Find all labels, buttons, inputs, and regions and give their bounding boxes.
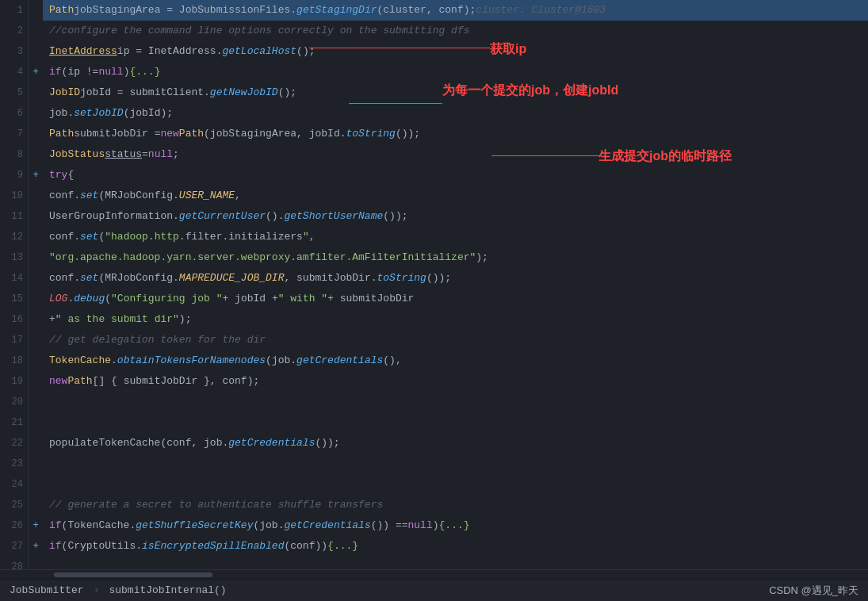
line-number: 9 <box>0 165 28 186</box>
code-token: (TokenCache. <box>62 515 136 536</box>
code-token: set <box>80 268 98 289</box>
line-number: 12 <box>0 227 28 247</box>
fold-indicator <box>29 433 43 454</box>
code-token: ); <box>476 247 488 268</box>
table-row <box>43 557 868 569</box>
code-token: (). <box>266 206 284 227</box>
code-token: ; <box>173 144 179 165</box>
code-token: // generate a secret to authenticate shu… <box>49 495 383 515</box>
code-token: [] { submitJobDir }, conf); <box>93 371 260 392</box>
fold-indicator <box>29 21 43 41</box>
line-number: 2 <box>0 21 28 41</box>
code-token: (jobId); <box>124 103 173 124</box>
table-row <box>43 392 868 412</box>
code-token: + jobId + <box>222 289 277 309</box>
table-row: // get delegation token for the dir <box>43 330 868 350</box>
fold-indicator[interactable]: + <box>29 515 43 536</box>
code-token: try <box>49 165 67 186</box>
code-token: null <box>98 62 123 82</box>
code-token: + <box>49 309 55 330</box>
code-token: (ip != <box>62 62 99 82</box>
code-token: conf. <box>49 186 80 206</box>
fold-indicator <box>29 144 43 165</box>
code-token: . <box>111 350 117 371</box>
table-row: conf.set("hadoop.http.filter.initializer… <box>43 227 868 247</box>
code-token: JobStatus <box>49 144 105 165</box>
fold-indicator <box>29 124 43 144</box>
table-row: if (ip != null) {...} <box>43 62 868 82</box>
line-number: 10 <box>0 186 28 206</box>
line-number: 13 <box>0 247 28 268</box>
fold-indicator <box>29 247 43 268</box>
code-token: , submitJobDir. <box>284 268 377 289</box>
line-number: 17 <box>0 330 28 350</box>
fold-indicator <box>29 350 43 371</box>
code-token: if <box>49 62 62 82</box>
table-row: if (CryptoUtils.isEncryptedSpillEnabled(… <box>43 536 868 557</box>
table-row: // generate a secret to authenticate shu… <box>43 495 868 515</box>
code-token: obtainTokensForNamenodes <box>117 350 266 371</box>
code-token: getNewJobID <box>210 82 278 103</box>
line-number: 7 <box>0 124 28 144</box>
fold-indicator[interactable]: + <box>29 165 43 186</box>
table-row <box>43 412 868 433</box>
table-row: Path submitJobDir = new Path(jobStagingA… <box>43 124 868 144</box>
fold-indicator <box>29 330 43 350</box>
code-token: jobStagingArea = JobSubmissionFiles. <box>74 0 296 21</box>
line-number: 26 <box>0 515 28 536</box>
code-token: getShortUserName <box>284 206 383 227</box>
table-row: populateTokenCache(conf, job.getCredenti… <box>43 433 868 454</box>
fold-indicator[interactable]: + <box>29 536 43 557</box>
fold-indicator <box>29 392 43 412</box>
code-token: (), <box>383 350 401 371</box>
fold-indicator <box>29 474 43 495</box>
line-number: 1 <box>0 0 28 21</box>
table-row: job.setJobID(jobId); <box>43 103 868 124</box>
code-token: (conf)) <box>284 536 327 557</box>
table-row: conf.set(MRJobConfig.USER_NAME, <box>43 186 868 206</box>
line-number: 22 <box>0 433 28 454</box>
fold-indicator <box>29 41 43 62</box>
code-token: " <box>303 227 309 247</box>
fold-indicator[interactable]: + <box>29 62 43 82</box>
code-token: ) <box>433 515 439 536</box>
code-token: = <box>142 144 148 165</box>
code-token: conf. <box>49 227 80 247</box>
code-token: getStagingDir <box>296 0 377 21</box>
code-token: ()) == <box>371 515 408 536</box>
code-token: (); <box>278 82 296 103</box>
fold-indicator <box>29 186 43 206</box>
code-area: 1234567891011121314151617181920212223242… <box>0 0 868 569</box>
line-number: 6 <box>0 103 28 124</box>
line-number: 5 <box>0 82 28 103</box>
code-token: (job. <box>253 515 284 536</box>
code-token: , <box>235 186 241 206</box>
code-token: getCurrentUser <box>179 206 266 227</box>
line-number: 28 <box>0 557 28 569</box>
fold-indicator <box>29 206 43 227</box>
line-number: 23 <box>0 454 28 474</box>
code-token: Path <box>49 0 74 21</box>
fold-indicator <box>29 289 43 309</box>
code-token: {...} <box>439 515 470 536</box>
line-number: 14 <box>0 268 28 289</box>
code-token: " with " <box>278 289 327 309</box>
table-row <box>43 454 868 474</box>
code-token: ( <box>98 227 105 247</box>
code-token: "hadoop.http <box>105 227 179 247</box>
table-row: "org.apache.hadoop.yarn.server.webproxy.… <box>43 247 868 268</box>
code-token: UserGroupInformation. <box>49 206 179 227</box>
fold-indicator <box>29 82 43 103</box>
editor-container: 1234567891011121314151617181920212223242… <box>0 0 868 601</box>
code-token: isEncryptedSpillEnabled <box>142 536 284 557</box>
scrollbar-thumb-h[interactable] <box>54 572 212 577</box>
fold-indicator <box>29 454 43 474</box>
code-token: //configure the command line options cor… <box>49 21 470 41</box>
code-token: (CryptoUtils. <box>62 536 142 557</box>
table-row: JobID jobId = submitClient.getNewJobID()… <box>43 82 868 103</box>
line-gutter: 1234567891011121314151617181920212223242… <box>0 0 29 569</box>
fold-indicator <box>29 495 43 515</box>
fold-indicator <box>29 557 43 569</box>
horizontal-scrollbar[interactable] <box>0 569 868 579</box>
fold-indicator <box>29 268 43 289</box>
